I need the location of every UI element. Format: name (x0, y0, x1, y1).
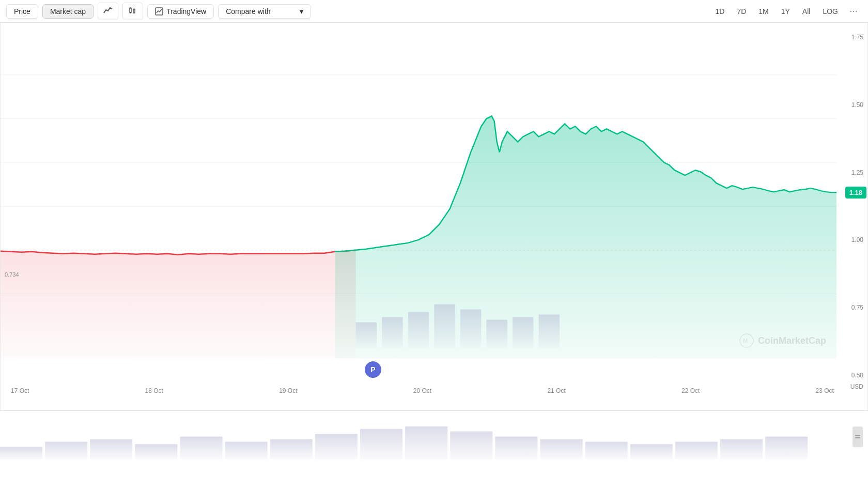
tf-1d[interactable]: 1D (710, 5, 730, 18)
svg-rect-3 (133, 9, 135, 12)
svg-rect-17 (460, 310, 481, 348)
svg-rect-0 (130, 8, 131, 12)
chart-toolbar: Price Market cap TradingView Compare wit… (0, 0, 868, 23)
main-chart: 1.75 1.50 1.25 1.00 0.75 0.50 17 Oct 18 … (0, 23, 868, 410)
y-label-175: 1.75 (836, 34, 863, 41)
tf-all[interactable]: All (797, 5, 816, 18)
candle-chart-button[interactable] (122, 3, 143, 20)
y-label-100: 1.00 (836, 236, 863, 243)
x-label-23oct: 23 Oct (816, 387, 834, 394)
svg-text:M: M (743, 338, 748, 344)
svg-rect-32 (405, 426, 447, 460)
x-label-18oct: 18 Oct (145, 387, 163, 394)
svg-rect-29 (270, 439, 313, 460)
y-label-150: 1.50 (836, 101, 863, 109)
svg-rect-28 (225, 441, 268, 460)
svg-rect-19 (513, 317, 533, 348)
timeframe-group: 1D 7D 1M 1Y All LOG ⋯ (710, 4, 862, 19)
scroll-line (855, 437, 860, 438)
start-price-label: 0.734 (5, 271, 19, 278)
svg-rect-40 (765, 437, 808, 460)
tf-7d[interactable]: 7D (732, 5, 751, 18)
svg-rect-38 (675, 441, 718, 460)
svg-rect-20 (539, 314, 560, 348)
svg-rect-34 (495, 437, 537, 460)
svg-rect-26 (135, 444, 177, 460)
svg-rect-31 (360, 429, 402, 460)
svg-rect-18 (486, 319, 507, 348)
x-label-20oct: 20 Oct (413, 387, 431, 394)
tf-1y[interactable]: 1Y (776, 5, 795, 18)
nav-pin[interactable]: P (365, 361, 381, 378)
market-cap-button[interactable]: Market cap (42, 4, 94, 19)
x-label-22oct: 22 Oct (681, 387, 700, 394)
currency-label: USD (850, 383, 863, 390)
x-label-17oct: 17 Oct (11, 387, 29, 394)
svg-rect-35 (540, 439, 583, 460)
more-options-button[interactable]: ⋯ (845, 4, 862, 19)
current-price-badge: 1.18 (845, 187, 866, 199)
svg-rect-36 (585, 441, 628, 460)
svg-rect-27 (180, 437, 223, 460)
line-chart-button[interactable] (98, 3, 118, 20)
tradingview-button[interactable]: TradingView (147, 4, 214, 19)
compare-dropdown[interactable]: Compare with ▾ (218, 4, 311, 19)
mini-chart-svg (0, 411, 847, 462)
svg-rect-16 (434, 304, 455, 348)
y-label-050: 0.50 (836, 372, 863, 379)
chevron-down-icon: ▾ (300, 7, 303, 16)
price-button[interactable]: Price (6, 4, 38, 19)
x-axis: 17 Oct 18 Oct 19 Oct 20 Oct 21 Oct 22 Oc… (11, 387, 834, 394)
svg-rect-23 (0, 447, 42, 460)
scroll-handle[interactable] (853, 426, 863, 447)
y-label-075: 0.75 (836, 304, 863, 311)
svg-rect-14 (382, 317, 402, 348)
watermark: M CoinMarketCap (739, 333, 826, 348)
svg-rect-15 (408, 312, 429, 348)
compare-label: Compare with (226, 7, 270, 16)
svg-rect-24 (45, 441, 87, 460)
price-chart-svg (1, 23, 836, 410)
tf-1m[interactable]: 1M (753, 5, 773, 18)
x-label-19oct: 19 Oct (279, 387, 297, 394)
scroll-line (855, 435, 860, 436)
tf-log[interactable]: LOG (817, 5, 843, 18)
watermark-text: CoinMarketCap (758, 335, 826, 346)
svg-rect-25 (90, 439, 132, 460)
svg-rect-39 (720, 439, 763, 460)
svg-rect-33 (450, 432, 492, 460)
y-axis: 1.75 1.50 1.25 1.00 0.75 0.50 (836, 23, 867, 410)
tradingview-label: TradingView (166, 7, 206, 16)
x-label-21oct: 21 Oct (547, 387, 565, 394)
svg-rect-13 (356, 322, 377, 348)
mini-chart[interactable] (0, 410, 868, 462)
y-label-125: 1.25 (836, 169, 863, 176)
svg-rect-30 (315, 434, 358, 460)
svg-rect-37 (630, 444, 673, 460)
